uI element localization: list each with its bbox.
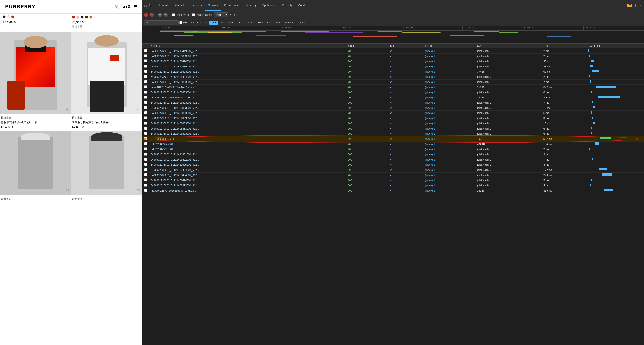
row-checkbox[interactable] bbox=[144, 121, 147, 125]
table-row[interactable]: 5490902236001_61121411535001_612...200xh… bbox=[142, 64, 644, 69]
row-checkbox[interactable] bbox=[144, 173, 147, 176]
initiator-col-header[interactable]: Initiator bbox=[423, 43, 475, 48]
settings-icon[interactable]: ✕ bbox=[639, 4, 642, 7]
row-checkbox[interactable] bbox=[144, 178, 147, 181]
request-initiator[interactable]: (index):1 bbox=[423, 79, 475, 85]
table-row[interactable]: fadaa04223?a=192623578v=1158.afc...200xh… bbox=[142, 85, 644, 90]
disable-cache-checkbox[interactable] bbox=[192, 13, 195, 16]
filter-manifest[interactable]: Manifest bbox=[283, 21, 296, 24]
more-icon[interactable]: ⋮ bbox=[634, 4, 637, 7]
status-col-header[interactable]: Status bbox=[346, 43, 388, 48]
color-dot[interactable] bbox=[2, 15, 6, 18]
table-row[interactable]: 5490902236001_61121408833001_612...200xh… bbox=[142, 79, 644, 85]
color-dot[interactable] bbox=[81, 15, 84, 18]
table-row[interactable]: 5490902236001_61121408833001_612...200xh… bbox=[142, 111, 644, 116]
wishlist-button-1[interactable]: ♡ bbox=[66, 107, 69, 112]
request-initiator[interactable]: (index):1 bbox=[423, 157, 475, 162]
wishlist-button-4[interactable]: ♡ bbox=[136, 189, 140, 193]
request-name[interactable]: ref:6120693145001 bbox=[149, 142, 346, 147]
request-initiator[interactable]: (index):1 bbox=[423, 121, 475, 126]
filter-doc[interactable]: Doc bbox=[266, 21, 274, 24]
more-colors-icon[interactable]: + bbox=[94, 15, 95, 19]
filter-img[interactable]: Img bbox=[236, 21, 244, 24]
row-checkbox[interactable] bbox=[144, 106, 147, 109]
request-initiator[interactable]: (index):1 bbox=[423, 178, 475, 183]
table-row[interactable]: 5490902236001_61121408833001_612...200xh… bbox=[142, 126, 644, 131]
color-dot[interactable] bbox=[11, 15, 14, 18]
request-name[interactable]: 5490902236001_61121408833001_612... bbox=[149, 126, 346, 131]
request-name[interactable]: 5490902236001_61121408833001_612... bbox=[149, 111, 346, 116]
request-name[interactable]: 5490902236001_61121408833001_612... bbox=[149, 100, 346, 105]
request-name[interactable]: 5490902236001_61121408494001_612... bbox=[149, 74, 346, 79]
row-checkbox[interactable] bbox=[144, 137, 147, 140]
request-initiator[interactable]: (index):1 bbox=[423, 188, 475, 193]
row-checkbox[interactable] bbox=[144, 75, 147, 78]
mobile-icon[interactable]: 📱 bbox=[148, 4, 152, 7]
record-button[interactable]: ● bbox=[144, 13, 148, 17]
request-name[interactable]: fadaa04223?a=192623578v=1158.afc... bbox=[149, 188, 346, 193]
table-row[interactable]: 5490902236001_61121408833001_612...200xh… bbox=[142, 54, 644, 59]
table-row[interactable]: fadaa04223?a=192623578v=1158.afc...200xh… bbox=[142, 95, 644, 100]
tab-audits[interactable]: Audits bbox=[295, 0, 309, 11]
request-initiator[interactable]: (index):1 bbox=[423, 90, 475, 95]
request-name[interactable]: 5490902236001_61121411251001_612... bbox=[149, 152, 346, 157]
request-initiator[interactable]: (index):1 bbox=[423, 95, 475, 100]
size-col-header[interactable]: Size bbox=[475, 43, 542, 48]
filter-input[interactable] bbox=[144, 20, 178, 25]
request-name[interactable]: 5490902236001_61121411535001_612... bbox=[149, 162, 346, 167]
hide-data-urls-label[interactable]: Hide data URLs bbox=[180, 21, 201, 24]
tab-application[interactable]: Application bbox=[260, 0, 279, 11]
row-checkbox[interactable] bbox=[144, 90, 147, 93]
filter-ws[interactable]: WS bbox=[274, 21, 282, 24]
request-initiator[interactable]: (index):1 bbox=[423, 111, 475, 116]
request-name[interactable]: 5490902236001_61121411535001_612... bbox=[149, 64, 346, 69]
request-initiator[interactable]: (index):1 bbox=[423, 59, 475, 64]
cart-icon[interactable]: 🛍 0 bbox=[123, 4, 130, 9]
request-name[interactable]: fadaa04223?a=192623578v=1158.afc... bbox=[149, 85, 346, 90]
request-initiator[interactable]: (index):1 bbox=[423, 167, 475, 173]
filter-other[interactable]: Other bbox=[297, 21, 307, 24]
tab-console[interactable]: Console bbox=[172, 0, 188, 11]
request-name[interactable]: 5490902236001_61121408833001_612... bbox=[149, 69, 346, 74]
wishlist-button-3[interactable]: ♡ bbox=[66, 189, 69, 193]
row-checkbox[interactable] bbox=[144, 54, 147, 57]
table-row[interactable]: 5490902236001_61121408494001_612...200xh… bbox=[142, 59, 644, 64]
row-checkbox[interactable] bbox=[144, 158, 147, 161]
menu-icon[interactable]: ☰ bbox=[134, 4, 137, 9]
request-name[interactable]: 5490902236001_61121408833001_612... bbox=[149, 131, 346, 136]
request-name[interactable]: 5490902236001_61121408833001_612... bbox=[149, 90, 346, 95]
wishlist-button-2[interactable]: ♡ bbox=[136, 107, 140, 112]
filter-all[interactable]: All bbox=[202, 21, 208, 24]
table-row[interactable]: 5490902236001_61121411251001_612...200xh… bbox=[142, 152, 644, 157]
request-initiator[interactable]: (index):1 bbox=[423, 105, 475, 111]
request-initiator[interactable]: (index):1 bbox=[423, 183, 475, 188]
tab-sources[interactable]: Sources bbox=[188, 0, 205, 11]
time-col-header[interactable]: Time bbox=[542, 43, 588, 48]
search-icon[interactable]: 🔍 bbox=[115, 4, 120, 9]
request-initiator[interactable]: (index):1 bbox=[423, 74, 475, 79]
request-initiator[interactable]: (index):1 bbox=[423, 126, 475, 131]
cursor-icon[interactable]: ⬚ bbox=[144, 4, 147, 7]
request-initiator[interactable]: (index):1 bbox=[423, 136, 475, 142]
throttle-expand-icon[interactable]: ▼ bbox=[230, 13, 232, 16]
disable-cache-label[interactable]: Disable cache bbox=[192, 13, 212, 16]
row-checkbox[interactable] bbox=[144, 101, 147, 104]
request-initiator[interactable]: (index):1 bbox=[423, 69, 475, 74]
table-row[interactable]: 5490902236001_61121408833001_612...200xh… bbox=[142, 90, 644, 95]
request-initiator[interactable]: (index):1 bbox=[423, 131, 475, 136]
search-button[interactable]: 🔍 bbox=[164, 13, 168, 17]
table-row[interactable]: ?_=1580538937924200xhr(index):140.5 KB50… bbox=[142, 136, 644, 142]
request-name[interactable]: 5490902236001_61121408494001_612... bbox=[149, 178, 346, 183]
filter-media[interactable]: Media bbox=[244, 21, 255, 24]
filter-font[interactable]: Font bbox=[256, 21, 265, 24]
request-name[interactable]: 5490902236001_61121410419001_612... bbox=[149, 48, 346, 54]
preserve-log-label[interactable]: Preserve log bbox=[172, 13, 190, 16]
request-name[interactable]: 5490902236001_61121409422001_612... bbox=[149, 157, 346, 162]
table-row[interactable]: 5490902236001_61121410419001_612...200xh… bbox=[142, 48, 644, 54]
preserve-log-checkbox[interactable] bbox=[172, 13, 175, 16]
filter-js[interactable]: JS bbox=[219, 21, 226, 24]
request-initiator[interactable]: (index):1 bbox=[423, 173, 475, 178]
row-checkbox[interactable] bbox=[144, 184, 147, 187]
network-table-container[interactable]: Name ▲ Status Type Initiator Size Time W… bbox=[142, 43, 644, 345]
row-checkbox[interactable] bbox=[144, 116, 147, 119]
